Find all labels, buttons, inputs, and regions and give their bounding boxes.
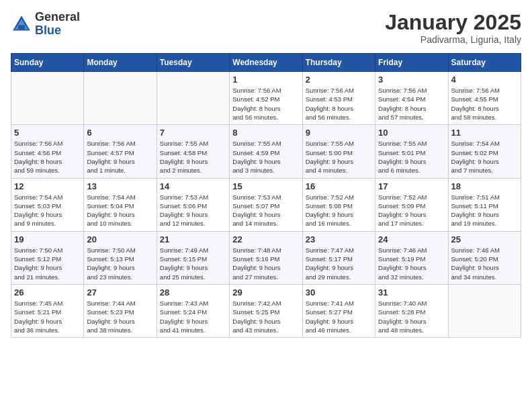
calendar-cell: 9Sunrise: 7:55 AMSunset: 5:00 PMDaylight…	[302, 125, 375, 178]
day-info: Sunrise: 7:54 AMSunset: 5:03 PMDaylight:…	[14, 193, 81, 228]
day-number: 21	[160, 234, 226, 244]
day-info: Sunrise: 7:56 AMSunset: 4:56 PMDaylight:…	[14, 139, 81, 175]
day-info: Sunrise: 7:43 AMSunset: 5:24 PMDaylight:…	[160, 299, 226, 334]
col-wednesday: Wednesday	[230, 54, 302, 72]
day-info: Sunrise: 7:46 AMSunset: 5:20 PMDaylight:…	[451, 246, 518, 281]
day-info: Sunrise: 7:45 AMSunset: 5:21 PMDaylight:…	[14, 299, 81, 334]
calendar-cell: 6Sunrise: 7:56 AMSunset: 4:57 PMDaylight…	[84, 125, 157, 178]
calendar-cell: 24Sunrise: 7:46 AMSunset: 5:19 PMDayligh…	[375, 231, 448, 284]
calendar-cell: 2Sunrise: 7:56 AMSunset: 4:53 PMDaylight…	[302, 72, 375, 125]
day-number: 1	[232, 75, 299, 85]
day-number: 12	[14, 181, 81, 191]
header: General Blue January 2025 Padivarma, Lig…	[11, 11, 521, 45]
month-title: January 2025	[385, 11, 521, 34]
calendar-cell: 12Sunrise: 7:54 AMSunset: 5:03 PMDayligh…	[11, 178, 84, 231]
logo-blue: Blue	[35, 24, 80, 38]
calendar-cell: 25Sunrise: 7:46 AMSunset: 5:20 PMDayligh…	[448, 231, 521, 284]
day-info: Sunrise: 7:54 AMSunset: 5:02 PMDaylight:…	[451, 139, 518, 175]
logo-text: General Blue	[35, 11, 80, 38]
days-header-row: Sunday Monday Tuesday Wednesday Thursday…	[11, 54, 521, 72]
day-number: 11	[451, 128, 518, 138]
day-info: Sunrise: 7:54 AMSunset: 5:04 PMDaylight:…	[87, 193, 153, 228]
calendar-cell: 31Sunrise: 7:40 AMSunset: 5:28 PMDayligh…	[375, 284, 448, 337]
col-sunday: Sunday	[11, 54, 84, 72]
day-info: Sunrise: 7:52 AMSunset: 5:09 PMDaylight:…	[378, 193, 445, 228]
day-number: 31	[378, 287, 445, 298]
day-number: 9	[306, 128, 372, 138]
logo-icon	[11, 13, 32, 35]
calendar-cell: 29Sunrise: 7:42 AMSunset: 5:25 PMDayligh…	[230, 284, 302, 337]
calendar-cell: 11Sunrise: 7:54 AMSunset: 5:02 PMDayligh…	[448, 125, 521, 178]
calendar-cell: 18Sunrise: 7:51 AMSunset: 5:11 PMDayligh…	[448, 178, 521, 231]
calendar-cell: 17Sunrise: 7:52 AMSunset: 5:09 PMDayligh…	[375, 178, 448, 231]
day-number: 29	[232, 287, 299, 298]
day-number: 26	[14, 287, 81, 298]
day-number: 27	[87, 287, 153, 298]
col-friday: Friday	[375, 54, 448, 72]
day-number: 14	[160, 181, 226, 191]
day-number: 7	[160, 128, 226, 138]
day-info: Sunrise: 7:53 AMSunset: 5:07 PMDaylight:…	[232, 193, 299, 228]
day-info: Sunrise: 7:51 AMSunset: 5:11 PMDaylight:…	[451, 193, 518, 228]
day-number: 24	[378, 234, 445, 244]
day-info: Sunrise: 7:42 AMSunset: 5:25 PMDaylight:…	[232, 299, 299, 334]
day-info: Sunrise: 7:50 AMSunset: 5:12 PMDaylight:…	[14, 246, 81, 281]
day-number: 18	[451, 181, 518, 191]
calendar-cell: 21Sunrise: 7:49 AMSunset: 5:15 PMDayligh…	[157, 231, 229, 284]
calendar-cell: 10Sunrise: 7:55 AMSunset: 5:01 PMDayligh…	[375, 125, 448, 178]
day-number: 2	[306, 75, 372, 85]
day-info: Sunrise: 7:55 AMSunset: 5:00 PMDaylight:…	[306, 139, 372, 175]
svg-rect-2	[18, 25, 25, 29]
day-number: 25	[451, 234, 518, 244]
day-info: Sunrise: 7:44 AMSunset: 5:23 PMDaylight:…	[87, 299, 153, 334]
calendar-week-1: 1Sunrise: 7:56 AMSunset: 4:52 PMDaylight…	[11, 72, 521, 125]
day-number: 10	[378, 128, 445, 138]
day-info: Sunrise: 7:56 AMSunset: 4:52 PMDaylight:…	[232, 86, 299, 122]
calendar-cell: 23Sunrise: 7:47 AMSunset: 5:17 PMDayligh…	[302, 231, 375, 284]
page: General Blue January 2025 Padivarma, Lig…	[0, 0, 532, 349]
logo-general: General	[35, 11, 80, 24]
day-number: 5	[14, 128, 81, 138]
day-number: 3	[378, 75, 445, 85]
day-number: 28	[160, 287, 226, 298]
day-number: 8	[232, 128, 299, 138]
day-info: Sunrise: 7:52 AMSunset: 5:08 PMDaylight:…	[306, 193, 372, 228]
day-info: Sunrise: 7:56 AMSunset: 4:57 PMDaylight:…	[87, 139, 153, 175]
calendar-cell	[84, 72, 157, 125]
col-thursday: Thursday	[302, 54, 375, 72]
calendar-cell: 30Sunrise: 7:41 AMSunset: 5:27 PMDayligh…	[302, 284, 375, 337]
logo: General Blue	[11, 11, 80, 38]
col-saturday: Saturday	[448, 54, 521, 72]
calendar-cell: 28Sunrise: 7:43 AMSunset: 5:24 PMDayligh…	[157, 284, 229, 337]
day-info: Sunrise: 7:53 AMSunset: 5:06 PMDaylight:…	[160, 193, 226, 228]
day-number: 23	[306, 234, 372, 244]
day-number: 16	[306, 181, 372, 191]
calendar-cell	[448, 284, 521, 337]
calendar-cell	[11, 72, 84, 125]
day-info: Sunrise: 7:47 AMSunset: 5:17 PMDaylight:…	[306, 246, 372, 281]
day-info: Sunrise: 7:40 AMSunset: 5:28 PMDaylight:…	[378, 299, 445, 334]
calendar-cell: 26Sunrise: 7:45 AMSunset: 5:21 PMDayligh…	[11, 284, 84, 337]
day-info: Sunrise: 7:46 AMSunset: 5:19 PMDaylight:…	[378, 246, 445, 281]
calendar-cell: 7Sunrise: 7:55 AMSunset: 4:58 PMDaylight…	[157, 125, 229, 178]
day-info: Sunrise: 7:56 AMSunset: 4:55 PMDaylight:…	[451, 86, 518, 122]
calendar: Sunday Monday Tuesday Wednesday Thursday…	[11, 53, 521, 338]
day-number: 30	[306, 287, 372, 298]
day-info: Sunrise: 7:50 AMSunset: 5:13 PMDaylight:…	[87, 246, 153, 281]
day-info: Sunrise: 7:55 AMSunset: 4:59 PMDaylight:…	[232, 139, 299, 175]
calendar-cell: 20Sunrise: 7:50 AMSunset: 5:13 PMDayligh…	[84, 231, 157, 284]
calendar-cell: 27Sunrise: 7:44 AMSunset: 5:23 PMDayligh…	[84, 284, 157, 337]
day-info: Sunrise: 7:55 AMSunset: 5:01 PMDaylight:…	[378, 139, 445, 175]
day-number: 20	[87, 234, 153, 244]
calendar-cell: 16Sunrise: 7:52 AMSunset: 5:08 PMDayligh…	[302, 178, 375, 231]
day-info: Sunrise: 7:55 AMSunset: 4:58 PMDaylight:…	[160, 139, 226, 175]
calendar-week-3: 12Sunrise: 7:54 AMSunset: 5:03 PMDayligh…	[11, 178, 521, 231]
day-number: 22	[232, 234, 299, 244]
col-monday: Monday	[84, 54, 157, 72]
calendar-header: Sunday Monday Tuesday Wednesday Thursday…	[11, 54, 521, 72]
calendar-cell: 3Sunrise: 7:56 AMSunset: 4:54 PMDaylight…	[375, 72, 448, 125]
day-info: Sunrise: 7:48 AMSunset: 5:16 PMDaylight:…	[232, 246, 299, 281]
calendar-week-2: 5Sunrise: 7:56 AMSunset: 4:56 PMDaylight…	[11, 125, 521, 178]
day-number: 4	[451, 75, 518, 85]
day-info: Sunrise: 7:41 AMSunset: 5:27 PMDaylight:…	[306, 299, 372, 334]
